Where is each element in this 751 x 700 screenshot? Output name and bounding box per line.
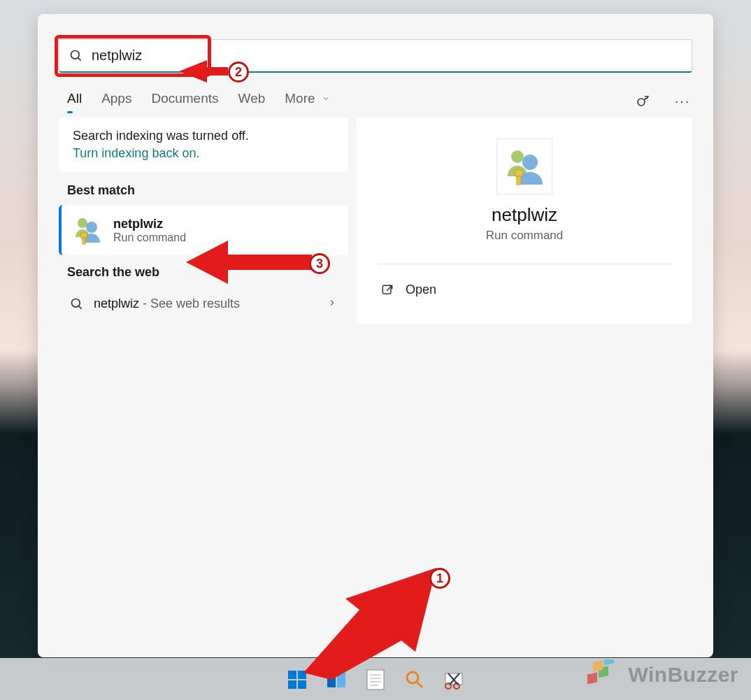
best-match-item[interactable]: netplwiz Run command — [59, 205, 348, 255]
chevron-right-icon — [327, 298, 337, 310]
annotation-step-3: 3 — [309, 253, 330, 274]
tab-more[interactable]: More — [285, 91, 330, 110]
svg-rect-19 — [288, 680, 296, 689]
user-accounts-icon — [73, 215, 103, 245]
svg-line-1 — [78, 57, 81, 60]
search-panel: All Apps Documents Web More ··· Search i… — [38, 14, 713, 657]
svg-point-3 — [78, 218, 87, 228]
divider — [378, 264, 671, 264]
search-icon — [69, 49, 83, 63]
search-icon — [70, 297, 84, 311]
svg-rect-12 — [517, 176, 521, 185]
preview-subtitle: Run command — [371, 229, 678, 243]
svg-point-28 — [407, 672, 418, 683]
svg-rect-37 — [593, 660, 603, 672]
tab-web[interactable]: Web — [238, 91, 266, 110]
feedback-icon[interactable] — [634, 91, 653, 110]
best-match-subtitle: Run command — [113, 231, 186, 244]
best-match-title: netplwiz — [113, 217, 186, 231]
svg-rect-21 — [327, 672, 336, 687]
open-icon — [380, 283, 394, 297]
indexing-notice-text: Search indexing was turned off. — [73, 129, 334, 143]
svg-rect-22 — [337, 672, 345, 687]
search-body: Search indexing was turned off. Turn ind… — [38, 117, 713, 324]
svg-point-7 — [72, 299, 80, 307]
web-result-suffix: - See web results — [139, 297, 240, 310]
svg-rect-18 — [298, 671, 306, 679]
svg-rect-20 — [298, 680, 306, 689]
svg-point-10 — [522, 155, 538, 170]
preview-title: netplwiz — [371, 204, 678, 226]
turn-indexing-on-link[interactable]: Turn indexing back on. — [73, 146, 334, 161]
search-box[interactable] — [59, 39, 692, 73]
indexing-notice: Search indexing was turned off. Turn ind… — [59, 117, 348, 172]
tab-apps[interactable]: Apps — [101, 91, 131, 110]
web-result-term: netplwiz — [94, 297, 139, 310]
open-label: Open — [406, 283, 436, 297]
svg-rect-23 — [367, 670, 384, 690]
notepad-button[interactable] — [364, 668, 387, 692]
start-button[interactable] — [285, 668, 309, 692]
tab-documents[interactable]: Documents — [151, 91, 218, 110]
tab-all[interactable]: All — [67, 91, 82, 110]
web-result-item[interactable]: netplwiz - See web results — [59, 287, 348, 321]
svg-rect-6 — [83, 238, 85, 244]
more-options-icon[interactable]: ··· — [673, 91, 692, 110]
svg-rect-38 — [604, 659, 614, 665]
search-row — [38, 14, 713, 73]
chevron-down-icon — [322, 94, 330, 103]
snipping-tool-button[interactable] — [442, 668, 466, 692]
svg-rect-13 — [382, 285, 391, 294]
watermark: WinBuzzer — [586, 659, 738, 690]
best-match-text: netplwiz Run command — [113, 217, 186, 244]
task-view-button[interactable] — [324, 668, 348, 692]
open-action[interactable]: Open — [371, 277, 678, 303]
watermark-text: WinBuzzer — [628, 663, 738, 687]
search-input[interactable] — [92, 48, 682, 64]
tab-more-label: More — [285, 91, 315, 106]
svg-rect-17 — [288, 671, 296, 679]
search-web-label: Search the web — [67, 265, 348, 280]
preview-icon — [496, 138, 552, 194]
search-button[interactable] — [403, 668, 427, 692]
search-tabs: All Apps Documents Web More ··· — [38, 73, 713, 117]
best-match-label: Best match — [67, 183, 348, 198]
preview-pane: netplwiz Run command Open — [357, 117, 692, 324]
svg-point-4 — [86, 222, 97, 233]
svg-line-29 — [417, 682, 422, 687]
annotation-step-1: 1 — [429, 568, 450, 589]
svg-rect-35 — [587, 673, 597, 685]
winbuzzer-logo-icon — [586, 659, 622, 690]
svg-point-9 — [511, 150, 524, 163]
svg-line-8 — [79, 306, 82, 308]
svg-point-0 — [71, 50, 80, 59]
results-column: Search indexing was turned off. Turn ind… — [59, 117, 348, 324]
annotation-step-2: 2 — [228, 62, 249, 83]
